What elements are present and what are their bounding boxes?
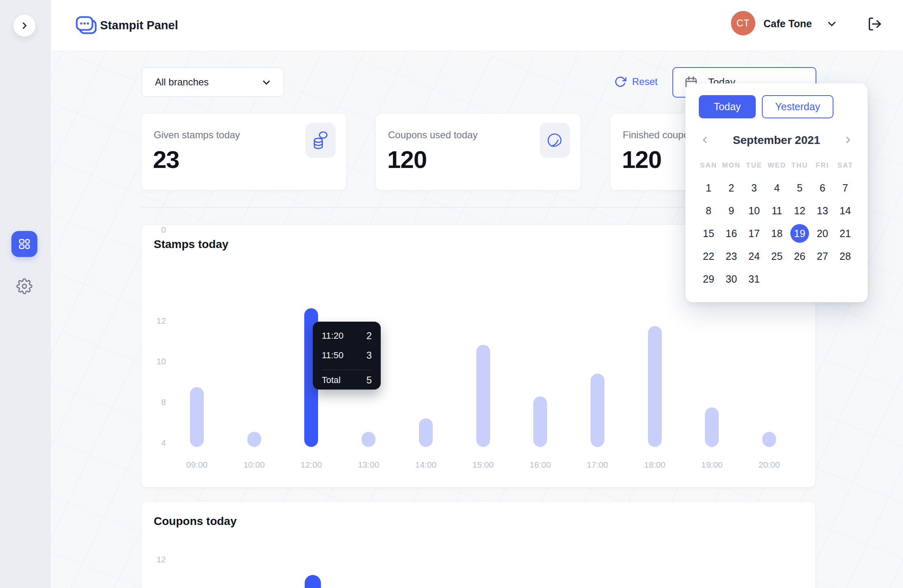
- stat-label: Coupons used today: [388, 129, 478, 141]
- stamps-bar-plot: [142, 279, 815, 447]
- calendar-day-9[interactable]: 9: [720, 199, 743, 222]
- stamps-bar-17:00[interactable]: [591, 374, 604, 447]
- stat-label: Given stamps today: [154, 129, 240, 141]
- day-header: TUE: [743, 161, 766, 170]
- calendar-day-29[interactable]: 29: [697, 268, 720, 290]
- stamps-bar-19:00[interactable]: [705, 407, 719, 447]
- reset-button[interactable]: Reset: [614, 76, 658, 88]
- stamps-bar-14:00[interactable]: [419, 418, 433, 447]
- x-axis-label: 09:00: [172, 460, 221, 470]
- stamps-bar-16:00[interactable]: [533, 396, 547, 447]
- quick-select-yesterday-button[interactable]: Yesterday: [762, 95, 833, 118]
- user-name: Cafe Tone: [763, 18, 812, 30]
- calendar-day-31[interactable]: 31: [743, 268, 766, 290]
- stamps-bar-10:00[interactable]: [247, 432, 261, 447]
- calendar-day-8[interactable]: 8: [697, 199, 720, 222]
- stamps-bar-15:00[interactable]: [476, 345, 490, 447]
- sidebar-expand-button[interactable]: [13, 15, 35, 37]
- stat-card-coupons-used: Coupons used today 120: [375, 113, 581, 190]
- stat-value: 23: [153, 146, 179, 174]
- tooltip-total-label: Total: [322, 375, 340, 385]
- coupons-selected-bar[interactable]: [305, 575, 321, 588]
- calendar-day-28[interactable]: 28: [834, 245, 857, 268]
- branch-select[interactable]: All branches: [142, 68, 284, 97]
- x-axis-label: 13:00: [344, 460, 393, 470]
- day-header: SAN: [697, 161, 720, 170]
- calendar-day-11[interactable]: 11: [766, 199, 788, 222]
- calendar-day-17[interactable]: 17: [743, 222, 766, 245]
- calendar-day-15[interactable]: 15: [697, 222, 720, 245]
- calendar-day-14[interactable]: 14: [834, 199, 857, 222]
- calendar-day-23[interactable]: 23: [720, 245, 743, 268]
- calendar-day-30[interactable]: 30: [720, 268, 743, 290]
- day-header: MON: [720, 161, 743, 170]
- calendar-day-3[interactable]: 3: [743, 176, 766, 199]
- avatar[interactable]: CT: [731, 11, 755, 35]
- calendar-day-12[interactable]: 12: [788, 199, 811, 222]
- tooltip-value: 2: [366, 330, 372, 342]
- stat-card-given-stamps: Given stamps today 23: [141, 113, 347, 190]
- stamps-bar-18:00[interactable]: [648, 326, 662, 447]
- calendar-day-1[interactable]: 1: [697, 176, 720, 199]
- calendar-day-5[interactable]: 5: [788, 176, 811, 199]
- stamps-bar-09:00[interactable]: [190, 387, 204, 447]
- day-header: WED: [766, 161, 788, 170]
- x-axis-label: 16:00: [516, 460, 565, 470]
- chevron-down-icon: [261, 77, 272, 88]
- date-picker-popover: Today Yesterday September 2021 SAN MON T…: [685, 83, 868, 302]
- x-axis-label: 19:00: [687, 460, 736, 470]
- sidebar-item-dashboard[interactable]: [11, 231, 37, 257]
- stampit-logo-icon: [75, 15, 98, 37]
- grid-icon: [18, 237, 31, 250]
- user-menu-chevron-down-icon[interactable]: [826, 18, 838, 30]
- stamps-bar-20:00[interactable]: [762, 432, 776, 447]
- calendar-month-nav: September 2021: [685, 132, 868, 150]
- tooltip-divider: [322, 370, 372, 370]
- refresh-icon: [614, 76, 626, 88]
- calendar-day-headers: SAN MON TUE WED THU FRI SAT: [697, 161, 857, 171]
- chart-title: Stamps today: [154, 238, 229, 251]
- x-axis-label: 18:00: [630, 460, 679, 470]
- app-title: Stampit Panel: [100, 19, 178, 32]
- x-axis-label: 14:00: [401, 460, 450, 470]
- quick-select-today-button[interactable]: Today: [699, 95, 756, 118]
- calendar-day-20[interactable]: 20: [811, 222, 834, 245]
- stamps-bar-13:00[interactable]: [362, 432, 375, 447]
- calendar-day-10[interactable]: 10: [743, 199, 766, 222]
- x-axis-label: 10:00: [230, 460, 279, 470]
- calendar-day-26[interactable]: 26: [788, 245, 811, 268]
- calendar-day-27[interactable]: 27: [811, 245, 834, 268]
- calendar-day-16[interactable]: 16: [720, 222, 743, 245]
- calendar-day-18[interactable]: 18: [766, 222, 788, 245]
- chart-title: Coupons today: [154, 515, 237, 528]
- calendar-day-7[interactable]: 7: [834, 176, 857, 199]
- tooltip-time: 11:20: [322, 331, 343, 341]
- calendar-day-4[interactable]: 4: [766, 176, 788, 199]
- coupon-sticker-icon: [540, 123, 570, 158]
- calendar-day-13[interactable]: 13: [811, 199, 834, 222]
- x-axis-label: 15:00: [459, 460, 508, 470]
- branch-select-value: All branches: [155, 76, 209, 88]
- x-axis-labels: 09:0010:0012:0013:0014:0015:0016:0017:00…: [142, 460, 815, 472]
- stat-value: 120: [387, 146, 427, 174]
- next-month-chevron-icon[interactable]: [842, 135, 853, 145]
- calendar-day-22[interactable]: 22: [697, 245, 720, 268]
- chevron-right-icon: [20, 21, 29, 30]
- coins-icon: [305, 123, 336, 158]
- sidebar: [0, 0, 51, 588]
- gear-icon: [16, 278, 33, 294]
- calendar-day-19[interactable]: 19: [788, 222, 811, 245]
- stat-value: 120: [622, 146, 661, 174]
- calendar-day-25[interactable]: 25: [766, 245, 788, 268]
- calendar-day-21[interactable]: 21: [834, 222, 857, 245]
- calendar-day-24[interactable]: 24: [743, 245, 766, 268]
- calendar-day-2[interactable]: 2: [720, 176, 743, 199]
- reset-label: Reset: [632, 76, 658, 87]
- sidebar-item-settings[interactable]: [13, 275, 36, 298]
- calendar-selected-day: 19: [790, 224, 809, 243]
- calendar-month-label: September 2021: [685, 134, 868, 147]
- tooltip-time: 11:50: [322, 350, 343, 361]
- logout-icon[interactable]: [867, 16, 882, 32]
- calendar-day-6[interactable]: 6: [811, 176, 834, 199]
- y-axis-tick: 0: [150, 225, 166, 235]
